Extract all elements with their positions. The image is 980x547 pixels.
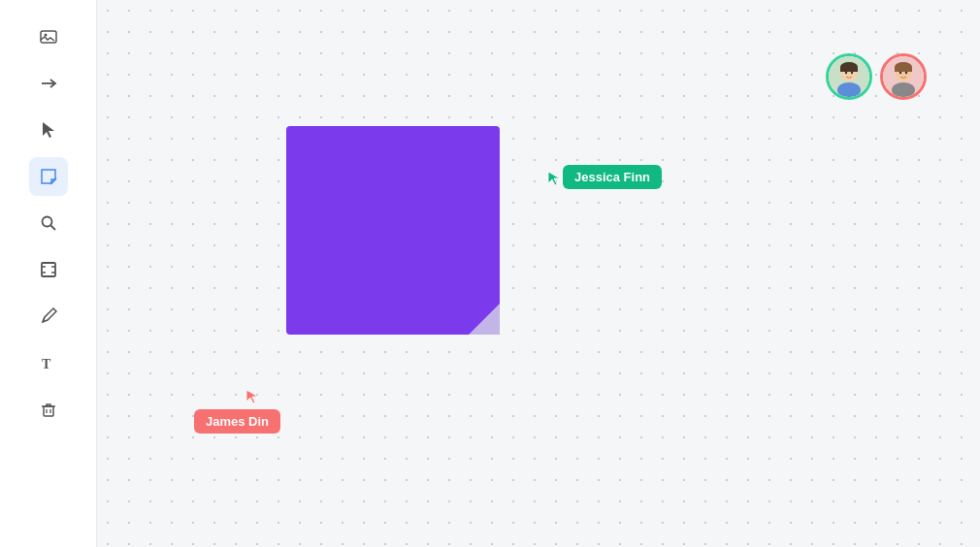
svg-point-3 [42, 217, 51, 227]
arrow-tool[interactable] [29, 64, 68, 103]
delete-tool[interactable] [29, 390, 68, 429]
pen-tool[interactable] [29, 297, 68, 336]
sidebar: T [0, 0, 97, 547]
user-avatars [826, 53, 927, 100]
user-avatar-1[interactable] [826, 53, 872, 100]
svg-point-21 [845, 72, 847, 74]
search-tool[interactable] [29, 204, 68, 242]
svg-point-28 [899, 72, 901, 74]
sticky-note[interactable] [286, 126, 500, 335]
svg-rect-5 [42, 263, 55, 276]
svg-rect-12 [44, 406, 53, 416]
svg-rect-26 [895, 67, 912, 72]
jessica-finn-label: Jessica Finn [563, 165, 662, 189]
sticky-tool[interactable] [29, 157, 68, 196]
svg-text:T: T [42, 357, 51, 371]
james-din-label: James Din [194, 409, 280, 434]
svg-line-4 [50, 226, 55, 231]
text-tool[interactable]: T [29, 343, 68, 382]
james-din-cursor [245, 388, 262, 409]
canvas-area[interactable]: Jessica Finn James Din [97, 0, 980, 547]
user-avatar-2[interactable] [880, 53, 927, 100]
select-tool[interactable] [29, 111, 68, 149]
svg-rect-19 [840, 67, 858, 72]
image-tool[interactable] [29, 17, 68, 56]
frame-tool[interactable] [29, 250, 68, 289]
svg-point-1 [44, 34, 47, 37]
svg-point-29 [905, 72, 907, 74]
svg-point-22 [851, 72, 853, 74]
